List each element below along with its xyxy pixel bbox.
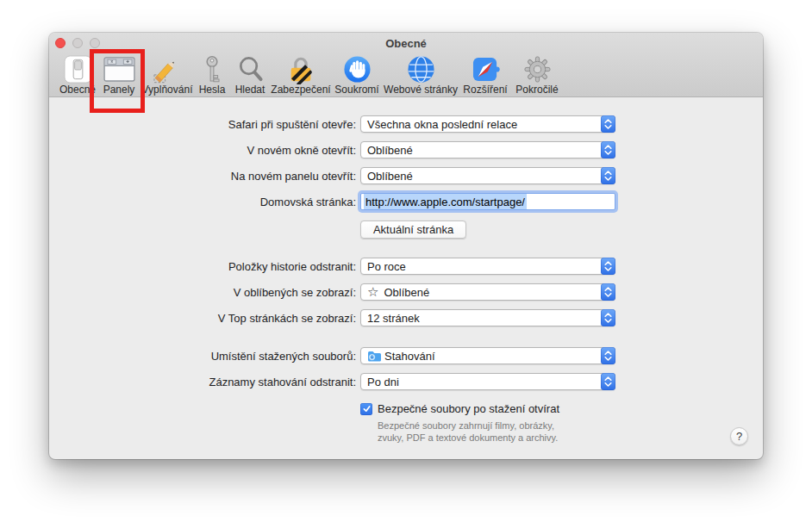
toolbar-item-extensions[interactable]: Rozšíření — [459, 54, 511, 96]
new-window-select[interactable]: Oblíbené — [360, 141, 615, 158]
star-icon: ☆ — [367, 288, 378, 296]
toolbar-item-websites[interactable]: Webové stránky — [382, 54, 459, 96]
row-new-window: V novém okně otevřít: Oblíbené — [49, 141, 615, 158]
preferences-content: Safari při spuštění otevře: Všechna okna… — [49, 97, 763, 459]
field-label: Na novém panelu otevřít: — [49, 170, 356, 183]
puzzle-compass-icon — [472, 54, 500, 84]
pencil-icon — [152, 54, 183, 84]
popup-stepper-icon — [601, 141, 615, 158]
toolbar-item-label: Vyplňování — [142, 84, 193, 96]
row-download-location: Umístění stažených souborů: Stahování — [49, 347, 615, 364]
toolbar-item-privacy[interactable]: Soukromí — [332, 54, 382, 96]
toolbar-item-label: Soukromí — [334, 84, 378, 96]
toolbar-item-label: Pokročilé — [515, 84, 558, 96]
row-top-sites: V Top stránkách se zobrazí: 12 stránek — [49, 309, 615, 326]
popup-stepper-icon — [601, 167, 615, 184]
toolbar-item-autofill[interactable]: Vyplňování — [141, 54, 194, 96]
field-label: Domovská stránka: — [49, 196, 356, 208]
field-label: Položky historie odstranit: — [49, 260, 356, 273]
globe-icon — [407, 54, 435, 84]
window-chrome: Obecné Obecné — [49, 33, 763, 97]
row-new-tab: Na novém panelu otevřít: Oblíbené — [49, 167, 615, 184]
titlebar[interactable]: Obecné — [49, 33, 763, 53]
toolbar-item-passwords[interactable]: Hesla — [194, 54, 230, 96]
popup-stepper-icon — [601, 309, 615, 326]
toolbar-item-advanced[interactable]: Pokročilé — [511, 54, 563, 96]
hazard-lock-icon — [287, 54, 315, 84]
top-sites-select[interactable]: 12 stránek — [360, 309, 615, 326]
toolbar-item-label: Panely — [103, 84, 135, 96]
safe-files-note: Bezpečné soubory zahrnují filmy, obrázky… — [378, 419, 558, 444]
window-title: Obecné — [49, 33, 763, 53]
safari-preferences-window: Obecné Obecné — [49, 33, 763, 459]
row-history: Položky historie odstranit: Po roce — [49, 258, 615, 275]
field-label: V oblíbených se zobrazí: — [49, 286, 356, 299]
row-download-list: Záznamy stahování odstranit: Po dni — [49, 373, 615, 390]
preferences-toolbar: Obecné Panely — [49, 53, 763, 97]
download-list-select[interactable]: Po dni — [360, 373, 615, 390]
key-icon — [203, 54, 222, 84]
checkbox-checked-icon[interactable] — [360, 403, 372, 415]
search-icon — [237, 54, 264, 84]
general-switch-icon — [64, 54, 92, 84]
row-homepage: Domovská stránka: http://www.apple.com/s… — [49, 193, 615, 210]
toolbar-item-label: Webové stránky — [384, 84, 458, 96]
toolbar-item-security[interactable]: Zabezpečení — [270, 54, 332, 96]
homepage-input[interactable]: http://www.apple.com/startpage/ — [360, 193, 615, 210]
toolbar-item-general[interactable]: Obecné — [58, 54, 97, 96]
field-label: Umístění stažených souborů: — [49, 350, 356, 363]
row-current-page: Aktuální stránka — [49, 221, 466, 238]
field-label: V novém okně otevřít: — [49, 144, 356, 157]
popup-stepper-icon — [601, 373, 615, 390]
favorites-show-select[interactable]: ☆Oblíbené — [360, 283, 615, 301]
popup-stepper-icon — [601, 347, 615, 364]
gear-icon — [523, 54, 552, 84]
new-tab-select[interactable]: Oblíbené — [360, 167, 615, 184]
toolbar-item-label: Hledat — [235, 84, 265, 96]
toolbar-item-label: Hesla — [199, 84, 226, 96]
checkbox-label: Bezpečné soubory po stažení otvírat — [378, 402, 559, 415]
toolbar-item-label: Zabezpečení — [271, 84, 330, 96]
row-startup: Safari při spuštění otevře: Všechna okna… — [49, 115, 615, 133]
popup-stepper-icon — [601, 283, 615, 301]
field-label: Safari při spuštění otevře: — [49, 118, 356, 131]
toolbar-item-label: Rozšíření — [463, 84, 507, 96]
popup-stepper-icon — [601, 258, 615, 275]
set-to-current-page-button[interactable]: Aktuální stránka — [360, 221, 466, 239]
startup-select[interactable]: Všechna okna poslední relace — [360, 115, 615, 133]
hand-circle-icon — [343, 54, 372, 84]
help-button[interactable]: ? — [730, 427, 748, 445]
toolbar-item-search[interactable]: Hledat — [230, 54, 270, 96]
row-favorites-show: V oblíbených se zobrazí: ☆Oblíbené — [49, 283, 615, 301]
field-label: V Top stránkách se zobrazí: — [49, 312, 356, 325]
safe-files-checkbox-row[interactable]: Bezpečné soubory po stažení otvírat — [360, 402, 559, 415]
history-remove-select[interactable]: Po roce — [360, 258, 615, 275]
downloads-folder-icon — [367, 351, 381, 362]
tabs-window-icon — [103, 54, 135, 84]
popup-stepper-icon — [601, 115, 615, 133]
field-label: Záznamy stahování odstranit: — [49, 376, 356, 388]
selected-text: http://www.apple.com/startpage/ — [364, 194, 527, 209]
download-location-select[interactable]: Stahování — [360, 347, 615, 364]
toolbar-item-label: Obecné — [59, 84, 96, 96]
toolbar-item-tabs[interactable]: Panely — [97, 54, 141, 96]
